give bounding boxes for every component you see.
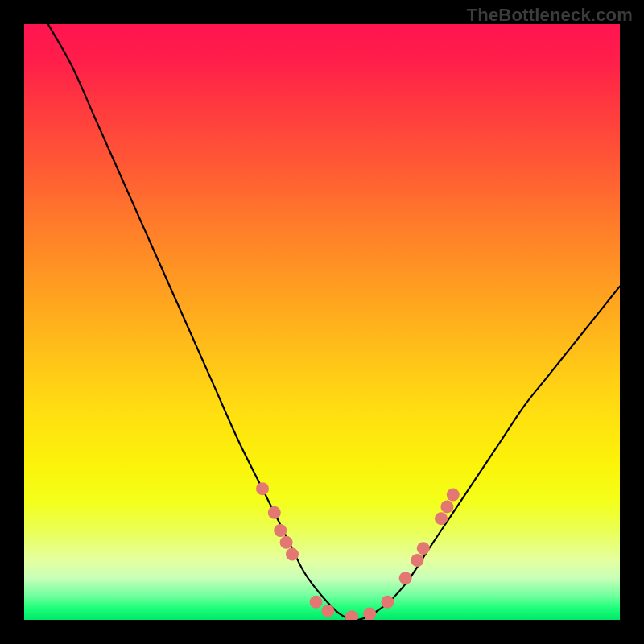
- curve-marker: [363, 608, 376, 620]
- watermark-text: TheBottleneck.com: [467, 5, 633, 26]
- curve-marker: [310, 596, 323, 609]
- curve-marker: [411, 554, 423, 567]
- bottleneck-chart: [24, 24, 620, 620]
- chart-frame: TheBottleneck.com: [0, 0, 644, 644]
- curve-marker: [381, 596, 394, 609]
- curve-marker: [321, 605, 334, 617]
- curve-marker: [345, 610, 358, 620]
- bottleneck-curve: [48, 24, 620, 620]
- curve-marker: [286, 548, 299, 561]
- curve-marker: [274, 524, 287, 537]
- plot-area: [24, 24, 620, 620]
- curve-marker: [435, 512, 448, 525]
- curve-marker: [256, 482, 269, 495]
- curve-marker: [399, 572, 412, 584]
- curve-marker: [417, 542, 430, 555]
- curve-marker: [447, 489, 460, 502]
- curve-marker: [268, 506, 281, 519]
- curve-markers: [256, 482, 460, 620]
- curve-marker: [440, 500, 453, 513]
- curve-marker: [280, 536, 293, 549]
